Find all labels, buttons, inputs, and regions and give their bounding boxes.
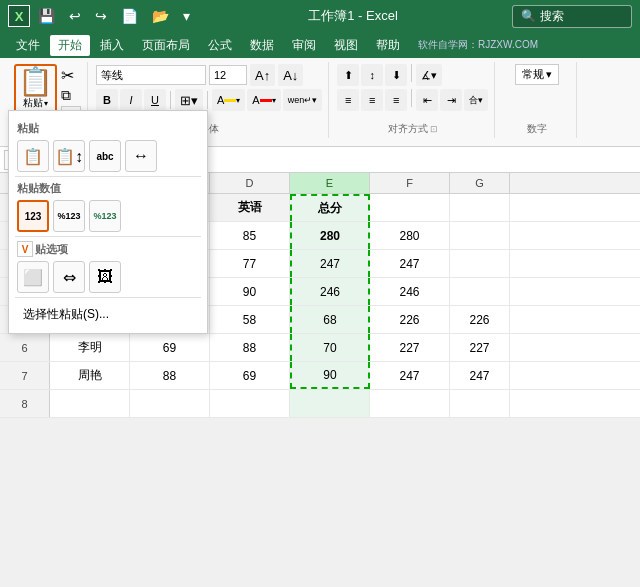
cell-f8[interactable] bbox=[370, 390, 450, 417]
bold-btn[interactable]: B bbox=[96, 89, 118, 111]
cell-f2[interactable]: 280 bbox=[370, 222, 450, 249]
cell-d4[interactable]: 90 bbox=[210, 278, 290, 305]
paste-opt-section-title: V 贴选项 bbox=[17, 241, 199, 257]
indent-increase-btn[interactable]: ⇥ bbox=[440, 89, 462, 111]
menu-review[interactable]: 审阅 bbox=[284, 35, 324, 56]
font-selector[interactable] bbox=[96, 65, 206, 85]
cell-f7[interactable]: 247 bbox=[370, 362, 450, 389]
cell-b7[interactable]: 周艳 bbox=[50, 362, 130, 389]
fill-color-btn[interactable]: A ▾ bbox=[212, 89, 245, 111]
paste-label[interactable]: 开始粘贴 ▾ bbox=[23, 96, 48, 110]
title-bar-right: 🔍 搜索 bbox=[512, 5, 632, 28]
menu-data[interactable]: 数据 bbox=[242, 35, 282, 56]
title-bar: X 💾 ↩ ↪ 📄 📂 ▾ 工作簿1 - Excel 🔍 搜索 bbox=[0, 0, 640, 32]
menu-home[interactable]: 开始 bbox=[50, 35, 90, 56]
align-left-btn[interactable]: ≡ bbox=[337, 89, 359, 111]
cell-e3[interactable]: 247 bbox=[290, 250, 370, 277]
cell-d2[interactable]: 85 bbox=[210, 222, 290, 249]
cell-e2[interactable]: 280 bbox=[290, 222, 370, 249]
cell-b8[interactable] bbox=[50, 390, 130, 417]
cell-f3[interactable]: 247 bbox=[370, 250, 450, 277]
search-box[interactable]: 🔍 搜索 bbox=[512, 5, 632, 28]
decrease-font-btn[interactable]: A↓ bbox=[278, 64, 303, 86]
paste-val-opt-2[interactable]: %123 bbox=[53, 200, 85, 232]
align-bottom-btn[interactable]: ⬇ bbox=[385, 64, 407, 86]
underline-btn[interactable]: U bbox=[144, 89, 166, 111]
italic-btn[interactable]: I bbox=[120, 89, 142, 111]
cell-c8[interactable] bbox=[130, 390, 210, 417]
cut-icon[interactable]: ✂ bbox=[61, 66, 81, 85]
cell-b6[interactable]: 李明 bbox=[50, 334, 130, 361]
paste-val-opt-3[interactable]: %123 bbox=[89, 200, 121, 232]
paste-opt-col-width[interactable]: ⇔ bbox=[53, 261, 85, 293]
toolbar-icon2[interactable]: 📂 bbox=[148, 6, 173, 26]
undo-icon[interactable]: ↩ bbox=[65, 6, 85, 26]
align-top-btn[interactable]: ⬆ bbox=[337, 64, 359, 86]
menu-formula[interactable]: 公式 bbox=[200, 35, 240, 56]
paste-val-opt-1[interactable]: 123 bbox=[17, 200, 49, 232]
cell-e1[interactable]: 总分 bbox=[290, 194, 370, 221]
cell-d8[interactable] bbox=[210, 390, 290, 417]
col-header-g[interactable]: G bbox=[450, 173, 510, 193]
copy-icon[interactable]: ⧉ bbox=[61, 87, 81, 104]
cell-d3[interactable]: 77 bbox=[210, 250, 290, 277]
save-icon[interactable]: 💾 bbox=[34, 6, 59, 26]
align-right-btn[interactable]: ≡ bbox=[385, 89, 407, 111]
cell-g7[interactable]: 247 bbox=[450, 362, 510, 389]
border-btn[interactable]: ⊞▾ bbox=[175, 89, 203, 111]
cell-d5[interactable]: 58 bbox=[210, 306, 290, 333]
window-title: 工作簿1 - Excel bbox=[194, 7, 512, 25]
paste-opt-1[interactable]: 📋 bbox=[17, 140, 49, 172]
menu-view[interactable]: 视图 bbox=[326, 35, 366, 56]
cell-e7[interactable]: 90 bbox=[290, 362, 370, 389]
cell-c7[interactable]: 88 bbox=[130, 362, 210, 389]
align-center-btn[interactable]: ≡ bbox=[361, 89, 383, 111]
cell-d1[interactable]: 英语 bbox=[210, 194, 290, 221]
cell-e5[interactable]: 68 bbox=[290, 306, 370, 333]
paste-opt-3[interactable]: abc bbox=[89, 140, 121, 172]
cell-f4[interactable]: 246 bbox=[370, 278, 450, 305]
increase-font-btn[interactable]: A↑ bbox=[250, 64, 275, 86]
selective-paste-item[interactable]: 选择性粘贴(S)... bbox=[15, 302, 201, 327]
cell-e8[interactable] bbox=[290, 390, 370, 417]
paste-opt-4[interactable]: ↔ bbox=[125, 140, 157, 172]
paste-opt-2[interactable]: 📋↕ bbox=[53, 140, 85, 172]
menu-insert[interactable]: 插入 bbox=[92, 35, 132, 56]
toolbar-dropdown[interactable]: ▾ bbox=[179, 6, 194, 26]
merge-center-btn[interactable]: 合▾ bbox=[464, 89, 488, 111]
font-size-selector[interactable] bbox=[209, 65, 247, 85]
redo-icon[interactable]: ↪ bbox=[91, 6, 111, 26]
number-format-selector[interactable]: 常规▾ bbox=[515, 64, 559, 85]
text-angle-btn[interactable]: ∡▾ bbox=[416, 64, 442, 86]
paste-opt-no-border[interactable]: ⬜ bbox=[17, 261, 49, 293]
align-middle-btn[interactable]: ↕ bbox=[361, 64, 383, 86]
cell-g2[interactable] bbox=[450, 222, 510, 249]
col-header-f[interactable]: F bbox=[370, 173, 450, 193]
paste-opt-transpose[interactable]: 🖼 bbox=[89, 261, 121, 293]
cell-g1[interactable] bbox=[450, 194, 510, 221]
paste-big-icon[interactable]: 📋 bbox=[18, 68, 53, 96]
cell-g3[interactable] bbox=[450, 250, 510, 277]
cell-c6[interactable]: 69 bbox=[130, 334, 210, 361]
toolbar-icon1[interactable]: 📄 bbox=[117, 6, 142, 26]
cell-d7[interactable]: 69 bbox=[210, 362, 290, 389]
cell-g6[interactable]: 227 bbox=[450, 334, 510, 361]
cell-g8[interactable] bbox=[450, 390, 510, 417]
cell-g5[interactable]: 226 bbox=[450, 306, 510, 333]
align-launcher-icon[interactable]: ⊡ bbox=[430, 124, 438, 134]
cell-f5[interactable]: 226 bbox=[370, 306, 450, 333]
col-header-e[interactable]: E bbox=[290, 173, 370, 193]
menu-help[interactable]: 帮助 bbox=[368, 35, 408, 56]
cell-f1[interactable] bbox=[370, 194, 450, 221]
menu-file[interactable]: 文件 bbox=[8, 35, 48, 56]
cell-d6[interactable]: 88 bbox=[210, 334, 290, 361]
wrap-text-btn[interactable]: wen↵▾ bbox=[283, 89, 323, 111]
indent-decrease-btn[interactable]: ⇤ bbox=[416, 89, 438, 111]
col-header-d[interactable]: D bbox=[210, 173, 290, 193]
cell-e4[interactable]: 246 bbox=[290, 278, 370, 305]
cell-g4[interactable] bbox=[450, 278, 510, 305]
font-color-btn[interactable]: A ▾ bbox=[247, 89, 280, 111]
cell-e6[interactable]: 70 bbox=[290, 334, 370, 361]
cell-f6[interactable]: 227 bbox=[370, 334, 450, 361]
menu-page-layout[interactable]: 页面布局 bbox=[134, 35, 198, 56]
